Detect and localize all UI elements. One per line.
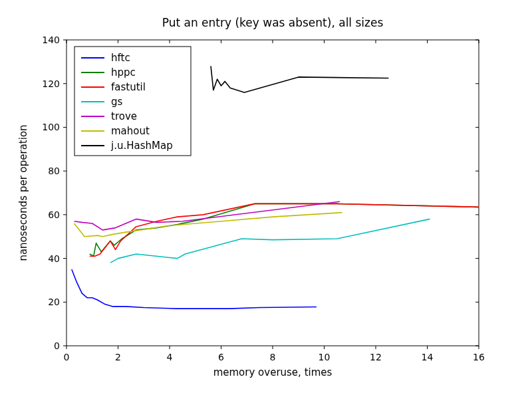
- series-j-u-HashMap: [211, 66, 388, 92]
- legend-label: trove: [111, 110, 137, 122]
- x-tick-label: 8: [270, 352, 276, 362]
- x-axis-label: memory overuse, times: [213, 366, 332, 378]
- chart-title: Put an entry (key was absent), all sizes: [162, 16, 384, 29]
- y-tick-label: 20: [48, 297, 60, 307]
- x-tick-label: 12: [370, 352, 382, 362]
- series-gs: [110, 219, 430, 263]
- y-tick-label: 80: [48, 166, 60, 176]
- y-tick-label: 120: [42, 78, 60, 89]
- series-trove: [74, 201, 340, 230]
- x-tick-label: 14: [422, 352, 434, 362]
- x-tick-label: 10: [319, 352, 331, 362]
- y-tick-label: 60: [48, 209, 60, 220]
- x-tick-label: 2: [115, 352, 121, 362]
- series-fastutil: [90, 203, 479, 256]
- legend-label: hftc: [111, 52, 130, 64]
- x-tick-label: 4: [167, 352, 173, 362]
- series-mahout: [74, 213, 342, 237]
- y-tick-label: 40: [48, 253, 60, 264]
- legend-label: fastutil: [111, 81, 146, 93]
- chart-svg: 0246810121416020406080100120140memory ov…: [0, 0, 532, 399]
- x-tick-label: 6: [218, 352, 224, 362]
- series-hftc: [72, 269, 317, 309]
- legend-label: mahout: [111, 125, 150, 137]
- y-tick-label: 100: [42, 122, 60, 132]
- legend-label: gs: [111, 96, 123, 108]
- legend-label: j.u.HashMap: [110, 140, 173, 152]
- x-tick-label: 0: [64, 352, 70, 362]
- y-tick-label: 140: [42, 35, 60, 45]
- chart-container: 0246810121416020406080100120140memory ov…: [0, 0, 532, 399]
- x-tick-label: 16: [473, 352, 485, 362]
- y-tick-label: 0: [54, 340, 60, 351]
- legend-label: hppc: [111, 66, 136, 78]
- y-axis-label: nanoseconds per operation: [17, 124, 29, 261]
- series-hppc: [90, 203, 479, 256]
